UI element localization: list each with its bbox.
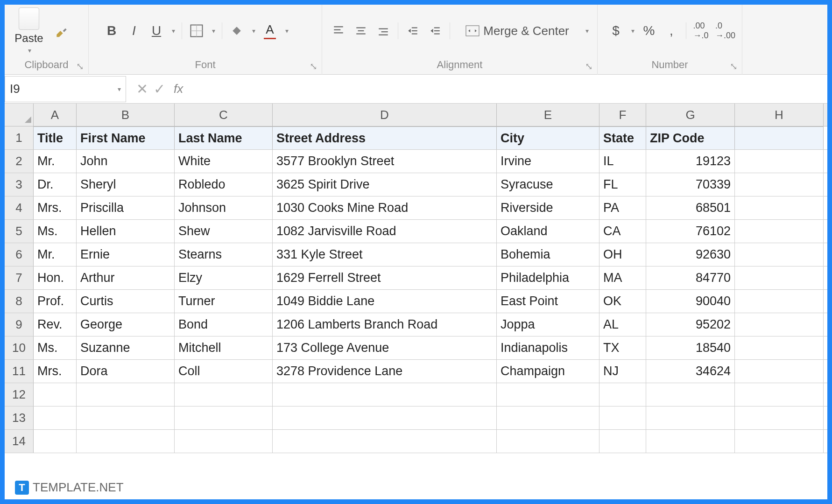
cell[interactable] [646,406,735,429]
cell[interactable]: Ms. [34,336,77,359]
borders-button[interactable] [189,22,204,39]
cell[interactable]: Rev. [34,313,77,336]
cell[interactable] [735,313,824,336]
paste-dropdown-caret[interactable]: ▾ [28,47,31,54]
row-header[interactable]: 1 [5,126,34,149]
percent-button[interactable]: % [641,22,657,39]
cell[interactable] [273,383,497,406]
cell[interactable]: Suzanne [77,336,175,359]
align-bottom-button[interactable] [375,22,391,39]
cell[interactable]: Mrs. [34,360,77,383]
cell[interactable]: Coll [175,360,273,383]
cell[interactable]: 90040 [646,290,735,313]
row-header[interactable]: 6 [5,243,34,266]
cell[interactable] [735,336,824,359]
cell[interactable]: NJ [599,360,646,383]
cell[interactable]: 18540 [646,336,735,359]
cell[interactable] [497,406,599,429]
cell[interactable]: First Name [77,126,175,149]
row-header[interactable]: 5 [5,220,34,243]
cell[interactable] [273,430,497,453]
cell[interactable]: Prof. [34,290,77,313]
cell[interactable]: ZIP Code [646,126,735,149]
cell[interactable] [735,406,824,429]
cell[interactable] [735,220,824,243]
cell[interactable] [735,383,824,406]
increase-decimal-button[interactable]: .00→.0 [693,22,709,39]
cell[interactable] [273,406,497,429]
cell[interactable] [646,430,735,453]
cell[interactable]: 173 College Avenue [273,336,497,359]
cell[interactable] [735,430,824,453]
cell[interactable]: Shew [175,220,273,243]
cell[interactable]: Johnson [175,196,273,219]
cell[interactable]: Champaign [497,360,599,383]
cell[interactable]: 34624 [646,360,735,383]
fx-icon[interactable]: fx [174,82,190,96]
cell[interactable]: Last Name [175,126,273,149]
cell[interactable] [735,126,824,149]
align-middle-button[interactable] [353,22,369,39]
row-header[interactable]: 11 [5,360,34,383]
cell[interactable]: Hon. [34,266,77,289]
cell[interactable]: Hellen [77,220,175,243]
cell[interactable]: Priscilla [77,196,175,219]
cell[interactable]: 1030 Cooks Mine Road [273,196,497,219]
cell[interactable]: 95202 [646,313,735,336]
row-header[interactable]: 9 [5,313,34,336]
cell[interactable]: TX [599,336,646,359]
cell[interactable] [77,383,175,406]
cell[interactable] [735,243,824,266]
cell[interactable]: OH [599,243,646,266]
cell[interactable]: East Point [497,290,599,313]
borders-caret[interactable]: ▾ [212,27,215,35]
cell[interactable]: 1049 Biddie Lane [273,290,497,313]
formula-input[interactable] [190,76,827,102]
cell[interactable]: Title [34,126,77,149]
cell[interactable]: State [599,126,646,149]
cell[interactable]: City [497,126,599,149]
cell[interactable]: Oakland [497,220,599,243]
cell[interactable]: Indianapolis [497,336,599,359]
cell[interactable]: Bond [175,313,273,336]
row-header[interactable]: 7 [5,266,34,289]
cell[interactable] [77,406,175,429]
cell[interactable]: 3577 Brooklyn Street [273,150,497,173]
cell[interactable]: John [77,150,175,173]
currency-button[interactable]: $ [608,22,624,39]
cell[interactable]: Mr. [34,150,77,173]
alignment-dialog-launcher[interactable]: ⤡ [583,61,594,72]
italic-button[interactable]: I [126,22,142,39]
fill-caret[interactable]: ▾ [252,27,255,35]
column-header[interactable]: G [646,104,735,126]
cell[interactable] [175,430,273,453]
cell[interactable]: Joppa [497,313,599,336]
cell[interactable]: AL [599,313,646,336]
cell[interactable] [735,196,824,219]
cell[interactable]: Robledo [175,173,273,196]
cell[interactable]: Philadelphia [497,266,599,289]
cell[interactable]: 92630 [646,243,735,266]
font-color-caret[interactable]: ▾ [285,27,289,35]
cell[interactable]: Syracuse [497,173,599,196]
cell[interactable] [646,383,735,406]
cell[interactable]: Stearns [175,243,273,266]
row-header[interactable]: 2 [5,150,34,173]
cell[interactable]: Arthur [77,266,175,289]
font-color-button[interactable]: A [262,22,278,39]
cell[interactable]: OK [599,290,646,313]
cell[interactable] [735,360,824,383]
bold-button[interactable]: B [104,22,120,39]
column-header[interactable]: D [273,104,497,126]
decrease-indent-button[interactable] [405,22,421,39]
spreadsheet-grid[interactable]: ◢ A B C D E F G H 1TitleFirst NameLast N… [5,104,827,453]
cell[interactable]: 1206 Lamberts Branch Road [273,313,497,336]
cell[interactable]: 68501 [646,196,735,219]
accept-formula-button[interactable]: ✓ [154,81,165,97]
cell[interactable]: Mrs. [34,196,77,219]
column-header[interactable]: E [497,104,599,126]
underline-caret[interactable]: ▾ [172,27,175,35]
cell[interactable] [175,383,273,406]
cell[interactable] [599,406,646,429]
paste-button[interactable]: Paste ▾ [8,7,49,54]
